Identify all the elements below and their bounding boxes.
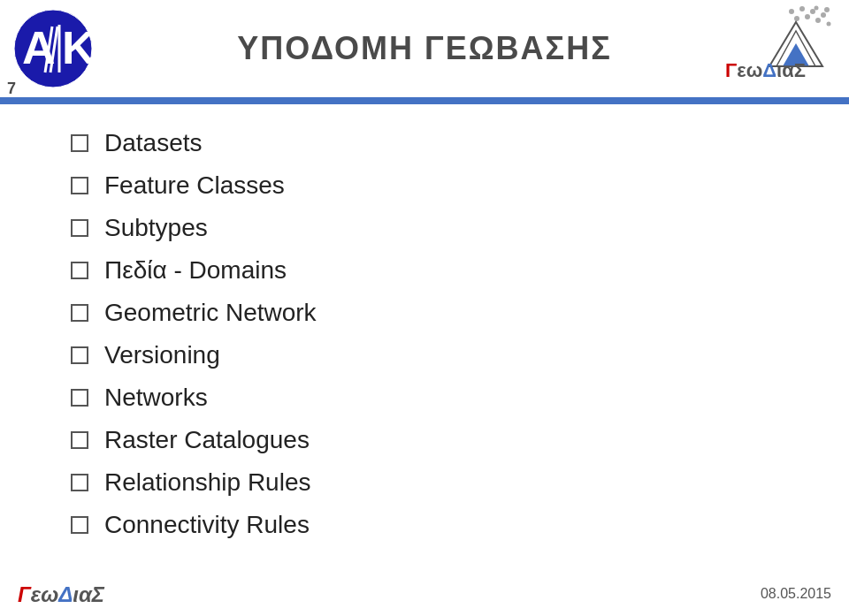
list-item-label: Relationship Rules — [104, 468, 310, 497]
footer: ΓεωΔιαΣ 08.05.2015 — [0, 572, 849, 616]
svg-point-6 — [789, 9, 794, 14]
checkbox-icon — [71, 219, 88, 237]
svg-text:K: K — [62, 22, 93, 73]
list-item: Feature Classes — [71, 164, 778, 207]
list-item-label: Datasets — [104, 129, 203, 157]
checkbox-icon — [71, 262, 88, 279]
list-item: Πεδία - Domains — [71, 249, 778, 292]
list-item-label: Raster Catalogues — [104, 426, 310, 454]
checkbox-icon — [71, 431, 88, 449]
checkbox-icon — [71, 516, 88, 534]
svg-point-15 — [827, 22, 831, 27]
list-item-label: Networks — [104, 384, 208, 412]
svg-point-9 — [821, 12, 826, 18]
checkbox-icon — [71, 304, 88, 322]
slide-number: 7 — [7, 80, 16, 98]
svg-text:ΓεωΔιαΣ: ΓεωΔιαΣ — [725, 59, 806, 81]
list-item: Relationship Rules — [71, 461, 778, 504]
list-item-label: Geometric Network — [104, 299, 317, 327]
svg-point-7 — [799, 6, 805, 11]
list-item: Geometric Network — [71, 292, 778, 334]
checkbox-icon — [71, 474, 88, 491]
list-item-label: Πεδία - Domains — [104, 256, 287, 285]
svg-point-11 — [805, 14, 810, 19]
svg-point-13 — [824, 7, 830, 12]
list-item: Connectivity Rules — [71, 504, 778, 546]
svg-point-8 — [810, 9, 815, 14]
checkbox-icon — [71, 346, 88, 364]
list-item-label: Feature Classes — [104, 171, 285, 200]
checkbox-icon — [71, 177, 88, 194]
bullet-list: DatasetsFeature ClassesSubtypesΠεδία - D… — [71, 122, 778, 546]
list-item: Networks — [71, 376, 778, 419]
list-item-label: Subtypes — [104, 214, 208, 242]
list-item: Datasets — [71, 122, 778, 164]
page-title: ΥΠΟΔΟΜΗ ΓΕΩΒΑΣΗΣ — [237, 30, 612, 67]
geodias-logo-header: ΓεωΔιαΣ — [721, 4, 836, 84]
aik-logo: A K — [13, 9, 93, 88]
footer-date: 08.05.2015 — [761, 586, 831, 602]
header: A K ΥΠΟΔΟΜΗ ΓΕΩΒΑΣΗΣ — [0, 0, 849, 97]
svg-point-10 — [794, 16, 799, 21]
list-item: Versioning — [71, 334, 778, 376]
content-area: DatasetsFeature ClassesSubtypesΠεδία - D… — [0, 104, 849, 564]
checkbox-icon — [71, 134, 88, 152]
svg-point-12 — [815, 18, 821, 23]
accent-bar: 7 — [0, 97, 849, 104]
list-item-label: Versioning — [104, 341, 220, 369]
svg-text:ΓεωΔιαΣ: ΓεωΔιαΣ — [18, 582, 105, 606]
checkbox-icon — [71, 389, 88, 407]
list-item: Subtypes — [71, 207, 778, 249]
footer-logo: ΓεωΔιαΣ — [18, 577, 133, 612]
svg-point-14 — [815, 6, 819, 11]
list-item-label: Connectivity Rules — [104, 511, 310, 539]
list-item: Raster Catalogues — [71, 419, 778, 461]
